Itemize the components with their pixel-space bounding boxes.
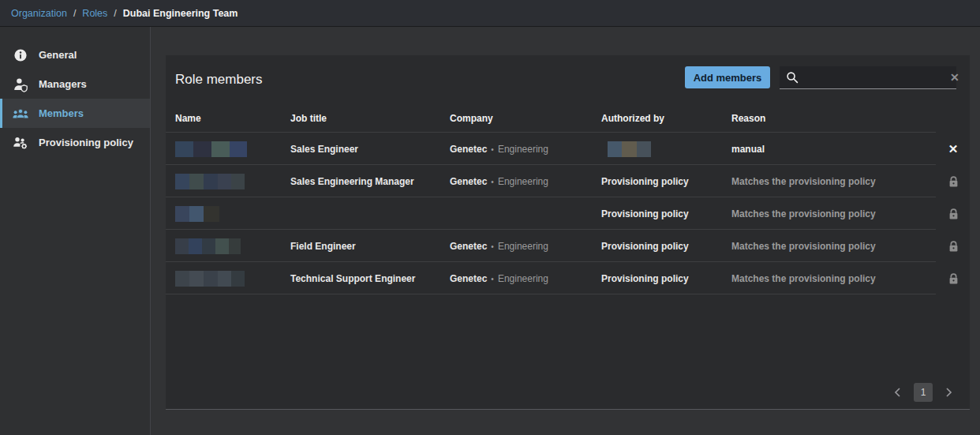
member-name-redacted bbox=[175, 271, 290, 287]
job-title-cell: Technical Support Engineer bbox=[290, 273, 450, 284]
department-name: Engineering bbox=[498, 176, 548, 187]
reason-cell: Matches the provisioning policy bbox=[731, 241, 937, 252]
department-name: Engineering bbox=[498, 144, 548, 155]
reason-cell: Matches the provisioning policy bbox=[731, 176, 937, 187]
breadcrumb-link-organization[interactable]: Organization bbox=[11, 8, 67, 19]
next-page-icon[interactable] bbox=[940, 384, 957, 401]
row-action-cell: ✕ bbox=[937, 208, 970, 220]
job-title-cell: Sales Engineer bbox=[290, 144, 450, 155]
reason-cell: Matches the provisioning policy bbox=[731, 208, 937, 219]
provisioning-gear-icon bbox=[13, 135, 28, 151]
row-action-cell: ✕ bbox=[937, 240, 970, 253]
table-row[interactable]: Field Engineer Genetec•Engineering Provi… bbox=[166, 230, 970, 262]
authorized-by-cell bbox=[601, 141, 731, 157]
table-row[interactable]: Sales Engineering Manager Genetec•Engine… bbox=[166, 165, 970, 197]
member-name-redacted bbox=[175, 174, 290, 189]
breadcrumb-current-page: Dubai Engineering Team bbox=[123, 8, 238, 19]
column-header-name: Name bbox=[175, 113, 290, 124]
company-cell bbox=[450, 208, 601, 219]
page-title: Role members bbox=[175, 72, 263, 88]
reason-cell: manual bbox=[731, 144, 937, 155]
company-separator: • bbox=[491, 242, 494, 251]
table-row[interactable]: Technical Support Engineer Genetec•Engin… bbox=[166, 262, 970, 294]
authorized-by-redacted bbox=[608, 141, 731, 157]
company-separator: • bbox=[491, 275, 494, 283]
lock-icon bbox=[948, 240, 959, 253]
column-header-authorized-by: Authorized by bbox=[601, 113, 731, 124]
clear-search-icon[interactable]: ✕ bbox=[947, 71, 963, 84]
lock-icon bbox=[948, 175, 959, 188]
search-box[interactable]: ✕ bbox=[780, 66, 956, 89]
authorized-by-cell: Provisioning policy bbox=[601, 273, 731, 284]
top-bar: Organization / Roles / Dubai Engineering… bbox=[0, 0, 980, 27]
job-title-cell: Sales Engineering Manager bbox=[290, 176, 450, 187]
authorized-by-cell: Provisioning policy bbox=[601, 208, 731, 219]
member-name-redacted bbox=[175, 238, 290, 254]
previous-page-icon[interactable] bbox=[889, 384, 907, 401]
reason-cell: Matches the provisioning policy bbox=[731, 273, 937, 284]
company-name: Genetec bbox=[450, 144, 487, 155]
pagination: 1 bbox=[889, 383, 957, 402]
job-title-cell: Field Engineer bbox=[290, 241, 450, 252]
lock-icon bbox=[948, 272, 959, 285]
authorized-by-cell: Provisioning policy bbox=[601, 241, 731, 252]
column-header-reason: Reason bbox=[731, 113, 937, 124]
company-cell: Genetec•Engineering bbox=[450, 144, 601, 155]
authorized-by-text: Provisioning policy bbox=[601, 241, 689, 252]
remove-member-icon[interactable]: ✕ bbox=[948, 143, 959, 155]
sidebar-item-general[interactable]: General bbox=[0, 40, 150, 69]
sidebar-item-managers[interactable]: Managers bbox=[0, 69, 150, 99]
main-area: Role members Add members ✕ Name Job titl… bbox=[151, 27, 980, 435]
role-members-panel: Role members Add members ✕ Name Job titl… bbox=[166, 55, 970, 410]
authorized-by-text: Provisioning policy bbox=[601, 176, 689, 187]
department-name: Engineering bbox=[498, 273, 548, 284]
members-group-icon bbox=[13, 106, 28, 122]
page-number-button[interactable]: 1 bbox=[914, 383, 933, 402]
column-header-job-title: Job title bbox=[290, 113, 450, 124]
sidebar-item-label: Managers bbox=[39, 78, 87, 90]
company-name: Genetec bbox=[450, 176, 487, 187]
manager-shield-icon bbox=[13, 77, 28, 92]
breadcrumb-separator: / bbox=[114, 8, 116, 19]
sidebar-item-label: Provisioning policy bbox=[39, 137, 133, 148]
add-members-button[interactable]: Add members bbox=[685, 66, 770, 88]
company-separator: • bbox=[491, 178, 494, 186]
table-row[interactable]: Sales Engineer Genetec•Engineering manua… bbox=[166, 133, 970, 165]
sidebar-item-provisioning-policy[interactable]: Provisioning policy bbox=[0, 128, 150, 157]
company-cell: Genetec•Engineering bbox=[450, 176, 601, 187]
company-name: Genetec bbox=[450, 273, 487, 284]
breadcrumb-link-roles[interactable]: Roles bbox=[82, 8, 107, 19]
authorized-by-cell: Provisioning policy bbox=[601, 176, 731, 187]
row-action-cell: ✕ bbox=[937, 143, 970, 155]
member-name-redacted bbox=[175, 206, 290, 222]
company-cell: Genetec•Engineering bbox=[450, 273, 601, 284]
lock-icon bbox=[948, 208, 959, 220]
search-input[interactable] bbox=[803, 66, 942, 88]
authorized-by-text: Provisioning policy bbox=[601, 273, 689, 284]
row-action-cell: ✕ bbox=[937, 272, 970, 285]
search-icon bbox=[786, 71, 799, 84]
column-header-company: Company bbox=[450, 113, 601, 124]
company-separator: • bbox=[491, 145, 494, 154]
sidebar-item-label: Members bbox=[39, 107, 84, 119]
table-row[interactable]: Provisioning policy Matches the provisio… bbox=[166, 197, 970, 230]
department-name: Engineering bbox=[498, 241, 548, 252]
sidebar-item-members[interactable]: Members bbox=[0, 99, 150, 128]
sidebar: General Managers Members Provisioning po… bbox=[0, 27, 151, 435]
sidebar-item-label: General bbox=[39, 49, 77, 61]
info-icon bbox=[13, 47, 28, 63]
authorized-by-text: Provisioning policy bbox=[601, 208, 689, 219]
panel-header: Role members Add members ✕ bbox=[166, 55, 970, 103]
breadcrumb-separator: / bbox=[73, 8, 76, 19]
company-cell: Genetec•Engineering bbox=[450, 241, 601, 252]
company-name: Genetec bbox=[450, 241, 487, 252]
member-name-redacted bbox=[175, 141, 290, 157]
table-header-row: Name Job title Company Authorized by Rea… bbox=[166, 103, 970, 133]
row-action-cell: ✕ bbox=[937, 175, 970, 188]
